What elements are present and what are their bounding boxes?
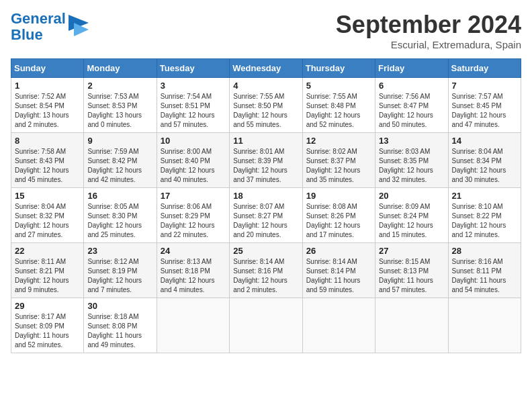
day-info: Sunrise: 8:14 AMSunset: 8:16 PMDaylight:… xyxy=(233,257,298,295)
day-number: 8 xyxy=(15,136,80,146)
day-number: 2 xyxy=(87,81,152,91)
day-number: 19 xyxy=(306,191,371,201)
day-number: 9 xyxy=(87,136,152,146)
day-info: Sunrise: 7:58 AMSunset: 8:43 PMDaylight:… xyxy=(15,147,80,185)
weekday-header-monday: Monday xyxy=(84,59,157,78)
calendar-day-13: 13 Sunrise: 8:03 AMSunset: 8:35 PMDaylig… xyxy=(375,133,448,188)
day-info: Sunrise: 8:17 AMSunset: 8:09 PMDaylight:… xyxy=(15,312,80,350)
calendar-day-22: 22 Sunrise: 8:11 AMSunset: 8:21 PMDaylig… xyxy=(11,243,84,298)
calendar-day-23: 23 Sunrise: 8:12 AMSunset: 8:19 PMDaylig… xyxy=(84,243,157,298)
calendar-day-3: 3 Sunrise: 7:54 AMSunset: 8:51 PMDayligh… xyxy=(157,78,229,133)
day-number: 10 xyxy=(161,136,226,146)
calendar-day-2: 2 Sunrise: 7:53 AMSunset: 8:53 PMDayligh… xyxy=(84,78,157,133)
calendar-table: SundayMondayTuesdayWednesdayThursdayFrid… xyxy=(11,58,521,353)
calendar-day-4: 4 Sunrise: 7:55 AMSunset: 8:50 PMDayligh… xyxy=(230,78,302,133)
empty-cell xyxy=(157,298,229,353)
day-number: 30 xyxy=(87,301,152,311)
calendar-day-9: 9 Sunrise: 7:59 AMSunset: 8:42 PMDayligh… xyxy=(84,133,157,188)
day-number: 23 xyxy=(87,246,152,256)
weekday-header-friday: Friday xyxy=(375,59,448,78)
day-number: 28 xyxy=(452,246,517,256)
weekday-header-sunday: Sunday xyxy=(11,59,84,78)
logo-icon xyxy=(69,15,89,39)
calendar-day-16: 16 Sunrise: 8:05 AMSunset: 8:30 PMDaylig… xyxy=(84,188,157,243)
day-number: 29 xyxy=(15,301,80,311)
calendar-day-20: 20 Sunrise: 8:09 AMSunset: 8:24 PMDaylig… xyxy=(375,188,448,243)
day-number: 7 xyxy=(452,81,517,91)
day-info: Sunrise: 8:18 AMSunset: 8:08 PMDaylight:… xyxy=(87,312,152,350)
day-number: 21 xyxy=(452,191,517,201)
day-info: Sunrise: 8:15 AMSunset: 8:13 PMDaylight:… xyxy=(379,257,444,295)
location: Escurial, Extremadura, Spain xyxy=(336,39,521,50)
empty-cell xyxy=(448,298,521,353)
calendar-day-14: 14 Sunrise: 8:04 AMSunset: 8:34 PMDaylig… xyxy=(448,133,521,188)
day-info: Sunrise: 7:55 AMSunset: 8:50 PMDaylight:… xyxy=(233,92,298,130)
calendar-day-19: 19 Sunrise: 8:08 AMSunset: 8:26 PMDaylig… xyxy=(302,188,375,243)
day-number: 26 xyxy=(306,246,371,256)
calendar-day-15: 15 Sunrise: 8:04 AMSunset: 8:32 PMDaylig… xyxy=(11,188,84,243)
weekday-header-wednesday: Wednesday xyxy=(230,59,302,78)
calendar-week-4: 22 Sunrise: 8:11 AMSunset: 8:21 PMDaylig… xyxy=(11,243,521,298)
day-number: 1 xyxy=(15,81,80,91)
day-info: Sunrise: 8:01 AMSunset: 8:39 PMDaylight:… xyxy=(233,147,298,185)
day-info: Sunrise: 8:10 AMSunset: 8:22 PMDaylight:… xyxy=(452,202,517,240)
calendar-day-28: 28 Sunrise: 8:16 AMSunset: 8:11 PMDaylig… xyxy=(448,243,521,298)
calendar-day-26: 26 Sunrise: 8:14 AMSunset: 8:14 PMDaylig… xyxy=(302,243,375,298)
day-number: 24 xyxy=(161,246,226,256)
calendar-week-2: 8 Sunrise: 7:58 AMSunset: 8:43 PMDayligh… xyxy=(11,133,521,188)
weekday-header-tuesday: Tuesday xyxy=(157,59,229,78)
day-info: Sunrise: 8:16 AMSunset: 8:11 PMDaylight:… xyxy=(452,257,517,295)
calendar-day-1: 1 Sunrise: 7:52 AMSunset: 8:54 PMDayligh… xyxy=(11,78,84,133)
title-block: September 2024 Escurial, Extremadura, Sp… xyxy=(336,11,521,50)
calendar-day-8: 8 Sunrise: 7:58 AMSunset: 8:43 PMDayligh… xyxy=(11,133,84,188)
day-info: Sunrise: 8:08 AMSunset: 8:26 PMDaylight:… xyxy=(306,202,371,240)
day-info: Sunrise: 8:05 AMSunset: 8:30 PMDaylight:… xyxy=(87,202,152,240)
day-number: 12 xyxy=(306,136,371,146)
calendar-day-29: 29 Sunrise: 8:17 AMSunset: 8:09 PMDaylig… xyxy=(11,298,84,353)
weekday-header-row: SundayMondayTuesdayWednesdayThursdayFrid… xyxy=(11,59,521,78)
calendar-day-5: 5 Sunrise: 7:55 AMSunset: 8:48 PMDayligh… xyxy=(302,78,375,133)
calendar-week-1: 1 Sunrise: 7:52 AMSunset: 8:54 PMDayligh… xyxy=(11,78,521,133)
day-number: 11 xyxy=(233,136,298,146)
logo: GeneralBlue xyxy=(11,11,89,43)
month-title: September 2024 xyxy=(336,11,521,39)
weekday-header-thursday: Thursday xyxy=(302,59,375,78)
day-number: 22 xyxy=(15,246,80,256)
day-number: 16 xyxy=(87,191,152,201)
day-info: Sunrise: 8:00 AMSunset: 8:40 PMDaylight:… xyxy=(161,147,226,185)
day-info: Sunrise: 8:03 AMSunset: 8:35 PMDaylight:… xyxy=(379,147,444,185)
day-info: Sunrise: 8:12 AMSunset: 8:19 PMDaylight:… xyxy=(87,257,152,295)
calendar-day-10: 10 Sunrise: 8:00 AMSunset: 8:40 PMDaylig… xyxy=(157,133,229,188)
day-info: Sunrise: 8:07 AMSunset: 8:27 PMDaylight:… xyxy=(233,202,298,240)
day-number: 4 xyxy=(233,81,298,91)
day-info: Sunrise: 8:14 AMSunset: 8:14 PMDaylight:… xyxy=(306,257,371,295)
day-info: Sunrise: 7:55 AMSunset: 8:48 PMDaylight:… xyxy=(306,92,371,130)
logo-text: GeneralBlue xyxy=(11,11,66,43)
day-info: Sunrise: 8:04 AMSunset: 8:34 PMDaylight:… xyxy=(452,147,517,185)
day-info: Sunrise: 8:02 AMSunset: 8:37 PMDaylight:… xyxy=(306,147,371,185)
empty-cell xyxy=(375,298,448,353)
calendar-day-18: 18 Sunrise: 8:07 AMSunset: 8:27 PMDaylig… xyxy=(230,188,302,243)
day-number: 27 xyxy=(379,246,444,256)
day-number: 6 xyxy=(379,81,444,91)
calendar-day-30: 30 Sunrise: 8:18 AMSunset: 8:08 PMDaylig… xyxy=(84,298,157,353)
day-number: 18 xyxy=(233,191,298,201)
calendar-day-24: 24 Sunrise: 8:13 AMSunset: 8:18 PMDaylig… xyxy=(157,243,229,298)
page-container: GeneralBlue September 2024 Escurial, Ext… xyxy=(11,11,521,353)
empty-cell xyxy=(230,298,302,353)
calendar-day-12: 12 Sunrise: 8:02 AMSunset: 8:37 PMDaylig… xyxy=(302,133,375,188)
day-info: Sunrise: 8:09 AMSunset: 8:24 PMDaylight:… xyxy=(379,202,444,240)
day-info: Sunrise: 7:54 AMSunset: 8:51 PMDaylight:… xyxy=(161,92,226,130)
day-info: Sunrise: 7:57 AMSunset: 8:45 PMDaylight:… xyxy=(452,92,517,130)
day-info: Sunrise: 7:52 AMSunset: 8:54 PMDaylight:… xyxy=(15,92,80,130)
calendar-day-27: 27 Sunrise: 8:15 AMSunset: 8:13 PMDaylig… xyxy=(375,243,448,298)
day-number: 25 xyxy=(233,246,298,256)
day-info: Sunrise: 8:11 AMSunset: 8:21 PMDaylight:… xyxy=(15,257,80,295)
day-info: Sunrise: 8:06 AMSunset: 8:29 PMDaylight:… xyxy=(161,202,226,240)
calendar-day-21: 21 Sunrise: 8:10 AMSunset: 8:22 PMDaylig… xyxy=(448,188,521,243)
day-info: Sunrise: 7:53 AMSunset: 8:53 PMDaylight:… xyxy=(87,92,152,130)
calendar-day-6: 6 Sunrise: 7:56 AMSunset: 8:47 PMDayligh… xyxy=(375,78,448,133)
day-number: 13 xyxy=(379,136,444,146)
day-number: 14 xyxy=(452,136,517,146)
day-info: Sunrise: 7:59 AMSunset: 8:42 PMDaylight:… xyxy=(87,147,152,185)
